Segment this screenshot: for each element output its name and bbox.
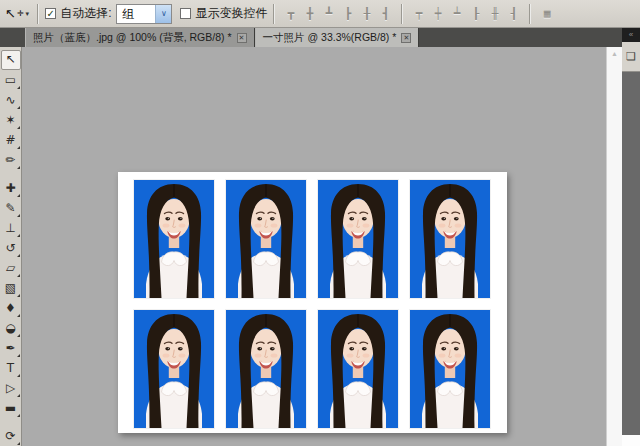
id-photo[interactable] [134, 180, 214, 298]
panel-dock: « ❏ [622, 28, 640, 446]
document-tab[interactable]: 一寸照片 @ 33.3%(RGB/8) *✕ [255, 28, 420, 47]
portrait-image [134, 180, 214, 298]
checkbox-unchecked-icon[interactable] [180, 8, 191, 19]
type-tool[interactable]: T [1, 358, 21, 378]
document-tab-bar: 照片（蓝底）.jpg @ 100% (背景, RGB/8) *✕一寸照片 @ 3… [0, 28, 622, 47]
chevron-down-icon[interactable]: ▾ [26, 10, 30, 18]
dodge-tool[interactable]: ◒ [1, 318, 21, 338]
canvas-pasteboard[interactable] [22, 47, 606, 446]
show-transform-checkbox[interactable]: 显示变换控件 [180, 5, 267, 22]
auto-select-mode-dropdown[interactable]: 组 ∨ [116, 4, 172, 24]
portrait-image [318, 310, 398, 428]
lasso-tool[interactable]: ∿ [1, 90, 21, 110]
dropdown-value: 组 [117, 5, 155, 23]
tab-title: 照片（蓝底）.jpg @ 100% (背景, RGB/8) * [33, 31, 232, 45]
align-right-edges-button[interactable]: ┫ [377, 6, 394, 22]
distribute-bottom-edges-button[interactable]: ┷ [448, 6, 465, 22]
spot-healing-brush-tool[interactable]: ✚ [1, 178, 21, 198]
close-icon[interactable]: ✕ [401, 33, 411, 43]
auto-select-label: 自动选择: [60, 5, 111, 22]
id-photo[interactable] [410, 310, 490, 428]
portrait-image [410, 180, 490, 298]
distribute-vertical-centers-button[interactable]: ┿ [429, 6, 446, 22]
move-tool-icon: ↖ [5, 7, 16, 20]
collapsed-panel-icon[interactable]: ❏ [622, 42, 640, 72]
separator [273, 4, 275, 24]
separator [401, 4, 403, 24]
show-transform-label: 显示变换控件 [195, 5, 267, 22]
id-photo[interactable] [226, 180, 306, 298]
align-bottom-edges-button[interactable]: ┻ [320, 6, 337, 22]
portrait-image [226, 180, 306, 298]
portrait-image [226, 310, 306, 428]
dock-footer [622, 435, 640, 446]
align-left-edges-button[interactable]: ┣ [339, 6, 356, 22]
brush-tool[interactable]: ✎ [1, 198, 21, 218]
separator [529, 4, 531, 24]
distribute-left-edges-button[interactable]: ┠ [467, 6, 484, 22]
auto-select-checkbox[interactable]: ✓ 自动选择: [45, 5, 111, 22]
vertical-scrollbar[interactable]: ▲ [606, 47, 622, 446]
history-brush-tool[interactable]: ↺ [1, 238, 21, 258]
rectangular-marquee-tool[interactable]: ▭ [1, 70, 21, 90]
id-photo[interactable] [318, 180, 398, 298]
align-top-edges-button[interactable]: ┳ [282, 6, 299, 22]
id-photo[interactable] [410, 180, 490, 298]
magic-wand-tool[interactable]: ✶ [1, 110, 21, 130]
3d-rotate-tool[interactable]: ⟳ [1, 426, 21, 446]
photoshop-window: ↖✛ ▾ ✓ 自动选择: 组 ∨ 显示变换控件 ┳╋┻┣╂┫┯┿┷┠╫┨▦ 照片… [0, 0, 640, 446]
crop-tool[interactable]: # [1, 130, 21, 150]
document-canvas[interactable] [118, 172, 507, 433]
gradient-tool[interactable]: ▧ [1, 278, 21, 298]
portrait-image [318, 180, 398, 298]
tab-title: 一寸照片 @ 33.3%(RGB/8) * [263, 31, 397, 45]
rectangle-tool[interactable]: ▬ [1, 398, 21, 418]
move-cross-icon: ✛ [17, 10, 24, 18]
distribute-horizontal-centers-button[interactable]: ╫ [486, 6, 503, 22]
path-selection-tool[interactable]: ▷ [1, 378, 21, 398]
dock-collapse-icon[interactable]: « [622, 28, 640, 42]
align-distribute-group: ┳╋┻┣╂┫┯┿┷┠╫┨▦ [281, 4, 556, 24]
move-tool[interactable]: ↖ [1, 50, 21, 70]
dock-body [622, 72, 640, 435]
auto-align-layers-button[interactable]: ▦ [538, 6, 555, 22]
blur-tool[interactable]: ♦ [1, 298, 21, 318]
close-icon[interactable]: ✕ [237, 33, 247, 43]
id-photo-sheet [118, 172, 507, 433]
clone-stamp-tool[interactable]: ⊥ [1, 218, 21, 238]
tool-options-bar: ↖✛ ▾ ✓ 自动选择: 组 ∨ 显示变换控件 ┳╋┻┣╂┫┯┿┷┠╫┨▦ [0, 0, 640, 28]
id-photo[interactable] [318, 310, 398, 428]
align-vertical-centers-button[interactable]: ╋ [301, 6, 318, 22]
align-horizontal-centers-button[interactable]: ╂ [358, 6, 375, 22]
tools-panel: ↖▭∿✶#✏✚✎⊥↺▱▧♦◒✒T▷▬⟳⊕ [0, 47, 22, 446]
id-photo[interactable] [134, 310, 214, 428]
pen-tool[interactable]: ✒ [1, 338, 21, 358]
eyedropper-tool[interactable]: ✏ [1, 150, 21, 170]
portrait-image [134, 310, 214, 428]
id-photo[interactable] [226, 310, 306, 428]
separator [37, 4, 39, 24]
chevron-down-icon[interactable]: ∨ [155, 5, 171, 23]
tool-preset-picker[interactable]: ↖✛ ▾ [3, 6, 31, 21]
distribute-top-edges-button[interactable]: ┯ [410, 6, 427, 22]
document-tab[interactable]: 照片（蓝底）.jpg @ 100% (背景, RGB/8) *✕ [25, 28, 255, 47]
checkbox-checked-icon[interactable]: ✓ [45, 8, 56, 19]
portrait-image [410, 310, 490, 428]
scroll-up-icon[interactable]: ▲ [607, 50, 622, 57]
distribute-right-edges-button[interactable]: ┨ [505, 6, 522, 22]
eraser-tool[interactable]: ▱ [1, 258, 21, 278]
